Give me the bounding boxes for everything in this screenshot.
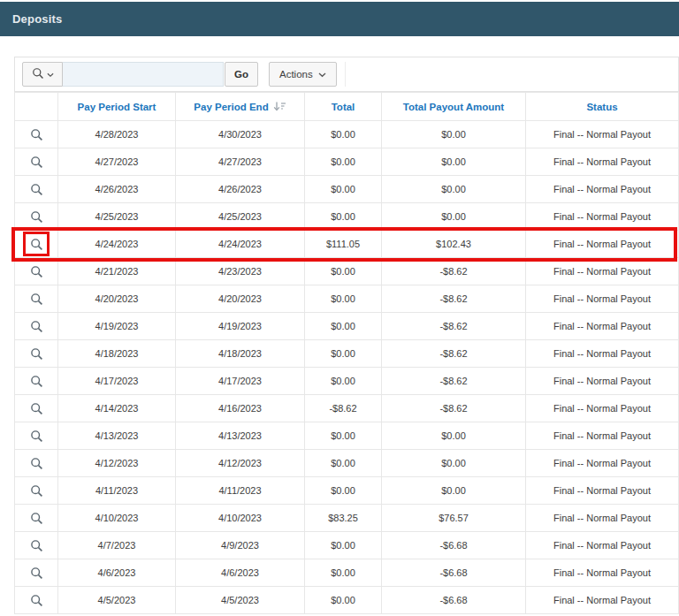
- cell-payout: -$8.62: [382, 395, 526, 422]
- cell-total: $83.25: [305, 505, 382, 532]
- cell-start: 4/27/2023: [58, 148, 176, 176]
- cell-end: 4/30/2023: [176, 121, 305, 148]
- cell-end: 4/20/2023: [176, 285, 305, 313]
- row-detail-magnifier-icon[interactable]: [27, 453, 46, 473]
- table-row: 4/25/20234/25/2023$0.00$0.00Final -- Nor…: [15, 203, 679, 231]
- table-row: 4/13/20234/13/2023$0.00$0.00Final -- Nor…: [15, 422, 679, 450]
- row-detail-magnifier-icon[interactable]: [27, 179, 46, 199]
- table-row: 4/19/20234/19/2023$0.00-$8.62Final -- No…: [15, 313, 679, 340]
- row-detail-magnifier-icon[interactable]: [27, 152, 46, 171]
- row-icon-cell: [15, 285, 58, 313]
- row-icon-cell: [15, 505, 58, 532]
- cell-end: 4/11/2023: [176, 477, 305, 505]
- cell-payout: $0.00: [382, 203, 526, 231]
- table-row: 4/5/20234/5/2023$0.00-$6.68Final -- Norm…: [15, 587, 679, 614]
- row-detail-magnifier-icon[interactable]: [27, 481, 46, 500]
- row-icon-cell: [15, 395, 58, 422]
- column-header-status[interactable]: Status: [526, 93, 679, 121]
- cell-total: $0.00: [305, 176, 382, 203]
- cell-end: 4/19/2023: [176, 313, 305, 340]
- cell-start: 4/19/2023: [58, 313, 176, 340]
- cell-start: 4/28/2023: [58, 121, 176, 148]
- row-icon-cell: [15, 231, 58, 258]
- cell-total: $0.00: [305, 422, 382, 450]
- cell-payout: $102.43: [382, 231, 526, 258]
- row-detail-magnifier-icon[interactable]: [27, 262, 46, 281]
- row-detail-magnifier-icon[interactable]: [27, 590, 46, 610]
- cell-start: 4/18/2023: [58, 340, 176, 368]
- cell-start: 4/10/2023: [58, 505, 176, 532]
- cell-payout: -$8.62: [382, 258, 526, 285]
- cell-total: $0.00: [305, 532, 382, 559]
- cell-status: Final -- Normal Payout: [526, 477, 679, 505]
- cell-status: Final -- Normal Payout: [526, 559, 679, 587]
- table-row: 4/10/20234/10/2023$83.25$76.57Final -- N…: [15, 505, 679, 532]
- cell-start: 4/6/2023: [58, 559, 176, 587]
- cell-start: 4/7/2023: [58, 532, 176, 559]
- cell-status: Final -- Normal Payout: [526, 231, 679, 258]
- actions-button[interactable]: Actions: [269, 62, 337, 87]
- column-header-label: Status: [586, 102, 617, 112]
- row-detail-magnifier-icon[interactable]: [27, 316, 46, 336]
- row-detail-magnifier-icon[interactable]: [27, 426, 46, 445]
- cell-payout: -$8.62: [382, 285, 526, 313]
- cell-end: 4/17/2023: [176, 368, 305, 395]
- cell-payout: -$8.62: [382, 313, 526, 340]
- cell-payout: -$8.62: [382, 340, 526, 368]
- sort-desc-icon: [273, 101, 286, 111]
- row-icon-cell: [15, 340, 58, 368]
- cell-start: 4/14/2023: [58, 395, 176, 422]
- table-row: 4/14/20234/16/2023-$8.62-$8.62Final -- N…: [15, 395, 679, 422]
- column-header-blank: [15, 93, 58, 121]
- row-icon-cell: [15, 148, 58, 176]
- cell-end: 4/12/2023: [176, 450, 305, 477]
- column-header-label: Pay Period End: [194, 102, 268, 112]
- cell-status: Final -- Normal Payout: [526, 450, 679, 477]
- cell-total: $0.00: [305, 285, 382, 313]
- column-header-total[interactable]: Total: [305, 93, 382, 121]
- search-input[interactable]: [63, 62, 224, 87]
- cell-total: $111.05: [305, 231, 382, 258]
- row-detail-magnifier-icon[interactable]: [27, 563, 46, 582]
- cell-total: $0.00: [305, 258, 382, 285]
- row-detail-magnifier-icon[interactable]: [27, 207, 46, 226]
- row-detail-magnifier-icon[interactable]: [27, 125, 46, 144]
- row-icon-cell: [15, 176, 58, 203]
- row-icon-cell: [15, 313, 58, 340]
- row-detail-magnifier-icon[interactable]: [27, 344, 46, 363]
- cell-start: 4/12/2023: [58, 450, 176, 477]
- column-header-start[interactable]: Pay Period Start: [58, 93, 176, 121]
- column-header-end[interactable]: Pay Period End: [176, 93, 305, 121]
- cell-end: 4/26/2023: [176, 176, 305, 203]
- region-header: Deposits: [0, 2, 679, 36]
- go-button[interactable]: Go: [225, 62, 258, 87]
- row-detail-magnifier-icon[interactable]: [27, 289, 46, 308]
- row-detail-magnifier-icon[interactable]: [27, 536, 46, 555]
- column-header-payout[interactable]: Total Payout Amount: [382, 93, 526, 121]
- chevron-down-icon: [318, 69, 326, 80]
- search-dropdown-button[interactable]: [22, 62, 63, 87]
- cell-total: $0.00: [305, 340, 382, 368]
- row-detail-magnifier-icon[interactable]: [27, 399, 46, 418]
- row-detail-magnifier-icon[interactable]: [27, 234, 46, 254]
- cell-payout: $76.57: [382, 505, 526, 532]
- cell-payout: $0.00: [382, 422, 526, 450]
- cell-start: 4/25/2023: [58, 203, 176, 231]
- cell-payout: $0.00: [382, 148, 526, 176]
- cell-status: Final -- Normal Payout: [526, 505, 679, 532]
- cell-total: $0.00: [305, 148, 382, 176]
- cell-payout: $0.00: [382, 121, 526, 148]
- cell-total: $0.00: [305, 587, 382, 614]
- cell-end: 4/13/2023: [176, 422, 305, 450]
- row-detail-magnifier-icon[interactable]: [27, 508, 46, 528]
- table-row: 4/17/20234/17/2023$0.00-$8.62Final -- No…: [15, 368, 679, 395]
- cell-end: 4/23/2023: [176, 258, 305, 285]
- row-detail-magnifier-icon[interactable]: [27, 371, 46, 391]
- cell-total: $0.00: [305, 368, 382, 395]
- cell-status: Final -- Normal Payout: [526, 368, 679, 395]
- cell-status: Final -- Normal Payout: [526, 285, 679, 313]
- table-row: 4/20/20234/20/2023$0.00-$8.62Final -- No…: [15, 285, 679, 313]
- table-row: 4/6/20234/6/2023$0.00-$6.68Final -- Norm…: [15, 559, 679, 587]
- table-row: 4/18/20234/18/2023$0.00-$8.62Final -- No…: [15, 340, 679, 368]
- row-icon-cell: [15, 422, 58, 450]
